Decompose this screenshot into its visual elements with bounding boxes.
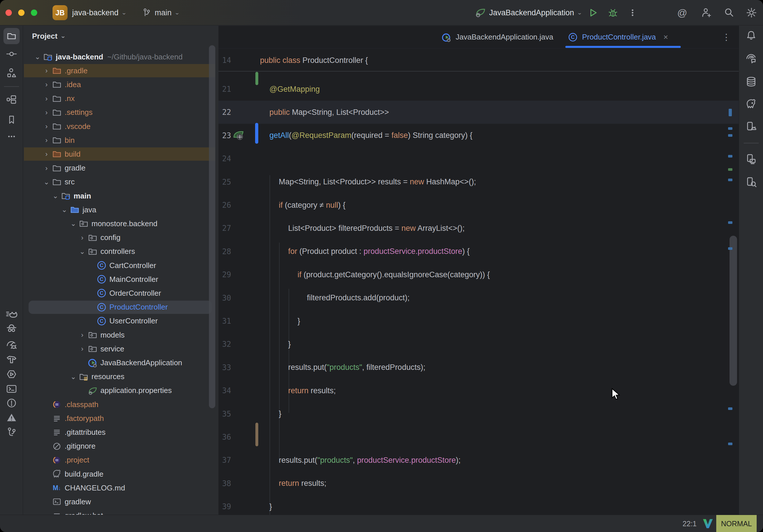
code-line-26[interactable]: 26if (category ≠ null) {: [218, 194, 739, 217]
code-line-32[interactable]: 32}: [218, 333, 739, 356]
tree-item-application-properties[interactable]: application.properties: [23, 384, 218, 397]
code-line-23[interactable]: 23getAll(@RequestParam(required = false)…: [218, 124, 739, 147]
line-number[interactable]: 32: [218, 333, 231, 356]
line-number[interactable]: 27: [218, 217, 231, 240]
tree-item-bin[interactable]: ›bin: [23, 133, 218, 147]
code-line-30[interactable]: 30filteredProducts.add(product);: [218, 286, 739, 310]
vim-mode-badge[interactable]: NORMAL: [716, 515, 757, 532]
chevron-expanded-icon[interactable]: ⌄: [51, 192, 60, 200]
close-tab-icon[interactable]: ×: [663, 33, 668, 42]
chevron-collapsed-icon[interactable]: ›: [42, 95, 52, 103]
code-line-36[interactable]: 36: [218, 426, 739, 449]
add-user-icon[interactable]: [701, 7, 712, 19]
run-config-selector[interactable]: JavaBackendApplication ⌄: [475, 0, 582, 25]
tree-item-build-gradle[interactable]: build.gradle: [23, 467, 218, 481]
tree-item--idea[interactable]: ›.idea: [23, 78, 218, 91]
line-number[interactable]: 31: [218, 310, 231, 333]
profiler-icon[interactable]: [5, 338, 18, 351]
code-line-28[interactable]: 28for (Product product : productService.…: [218, 240, 739, 263]
tree-item-models[interactable]: ›models: [23, 328, 218, 342]
tree-item-java-backend[interactable]: ⌄java-backend~/Github/java-backend: [23, 50, 218, 64]
code-line-35[interactable]: 35}: [218, 402, 739, 426]
problems-icon[interactable]: [5, 397, 18, 409]
structure-icon[interactable]: [5, 67, 18, 79]
run-services-icon[interactable]: [5, 368, 18, 380]
stripe-mark-changed[interactable]: [728, 407, 732, 410]
tab-options-icon[interactable]: ⋮: [722, 32, 731, 42]
copilot-cat-icon[interactable]: [5, 307, 18, 320]
more-icon[interactable]: [627, 7, 638, 19]
tree-item-build[interactable]: ›build: [23, 147, 218, 161]
tree-item-resources[interactable]: ⌄resources: [23, 370, 218, 384]
code-line-31[interactable]: 31}: [218, 310, 739, 333]
chevron-expanded-icon[interactable]: ⌄: [68, 220, 78, 228]
tree-item-gradlew-bat[interactable]: gradlew.bat: [23, 509, 218, 515]
code-line-37[interactable]: 37results.put("products", productService…: [218, 449, 739, 472]
tree-item-gradle[interactable]: ›gradle: [23, 161, 218, 175]
bookmarks-icon[interactable]: [5, 113, 18, 126]
vcs-modified-marker[interactable]: [256, 423, 258, 446]
chevron-collapsed-icon[interactable]: ›: [42, 122, 52, 130]
tree-item--factorypath[interactable]: .factorypath: [23, 411, 218, 425]
line-number[interactable]: 26: [218, 194, 231, 217]
code-line-33[interactable]: 33results.put("products", filteredProduc…: [218, 356, 739, 379]
tree-item-config[interactable]: ›config: [23, 231, 218, 245]
terminal-icon[interactable]: [5, 382, 18, 395]
chevron-collapsed-icon[interactable]: ›: [42, 150, 52, 158]
project-selector[interactable]: java-backend ⌄: [72, 0, 127, 25]
tree-item-usercontroller[interactable]: CUserController: [23, 314, 218, 328]
code-line-24[interactable]: 24: [218, 147, 739, 170]
code-line-22[interactable]: 22public Map<String, List<Product>>: [218, 101, 739, 124]
tree-item--settings[interactable]: ›.settings: [23, 106, 218, 119]
stripe-mark-green[interactable]: [728, 168, 732, 171]
project-tree-scrollbar[interactable]: [209, 45, 215, 408]
ideavim-v-icon[interactable]: [703, 518, 713, 529]
tree-item-javabackendapplication[interactable]: JavaBackendApplication: [23, 356, 218, 370]
line-number[interactable]: 37: [218, 449, 231, 472]
chevron-expanded-icon[interactable]: ⌄: [59, 206, 69, 214]
running-devices-icon[interactable]: [745, 120, 758, 133]
tab-productcontroller-java-active[interactable]: CProductController.java×: [567, 26, 668, 49]
chevron-expanded-icon[interactable]: ⌄: [42, 178, 52, 186]
tree-item-controllers[interactable]: ⌄controllers: [23, 245, 218, 259]
line-number[interactable]: 35: [218, 402, 231, 426]
tree-item--gitignore[interactable]: .gitignore: [23, 439, 218, 453]
chevron-collapsed-icon[interactable]: ›: [42, 67, 52, 75]
tab-javabackendapplication-java[interactable]: JavaBackendApplication.java: [441, 26, 553, 49]
windows-icon[interactable]: [5, 93, 18, 106]
tree-item-ordercontroller[interactable]: COrderController: [23, 286, 218, 300]
sticky-line-class-declaration[interactable]: 14public class ProductController {: [218, 49, 739, 71]
warning-icon[interactable]: [5, 411, 18, 424]
tree-item--gitattributes[interactable]: .gitattributes: [23, 425, 218, 439]
line-number[interactable]: 36: [218, 426, 231, 449]
line-number[interactable]: 38: [218, 472, 231, 495]
gradle-icon[interactable]: [745, 98, 758, 111]
stripe-mark-changed[interactable]: [728, 127, 732, 130]
maximize-window-button[interactable]: [31, 10, 37, 16]
line-number[interactable]: 21: [218, 78, 231, 101]
chevron-collapsed-icon[interactable]: ›: [77, 345, 87, 353]
line-number[interactable]: 33: [218, 356, 231, 379]
stripe-mark-changed[interactable]: [728, 443, 732, 445]
close-window-button[interactable]: [5, 10, 12, 16]
device-manager-icon[interactable]: [745, 153, 758, 165]
stripe-mark-changed[interactable]: [728, 247, 732, 250]
device-explorer-icon[interactable]: [745, 176, 758, 188]
minimize-window-button[interactable]: [18, 10, 25, 16]
spring-request-mapping-icon[interactable]: [232, 129, 245, 142]
tree-item--nx[interactable]: ›.nx: [23, 92, 218, 106]
git-icon[interactable]: [5, 426, 18, 439]
project-panel-header[interactable]: Project ⌄: [32, 30, 66, 43]
debug-icon[interactable]: [607, 7, 619, 19]
stripe-mark-changed[interactable]: [728, 221, 732, 224]
code-line-25[interactable]: 25Map<String, List<Product>> results = n…: [218, 170, 739, 194]
ai-chat-icon[interactable]: [745, 52, 758, 65]
line-number[interactable]: 22: [218, 101, 231, 124]
tree-item-monostore-backend[interactable]: ⌄monostore.backend: [23, 217, 218, 231]
tree-item-cartcontroller[interactable]: CCartController: [23, 259, 218, 272]
chevron-expanded-icon[interactable]: ⌄: [77, 248, 87, 256]
tree-item--vscode[interactable]: ›.vscode: [23, 119, 218, 133]
search-icon[interactable]: [723, 7, 735, 19]
tree-item--gradle[interactable]: ›.gradle: [23, 64, 218, 78]
chevron-collapsed-icon[interactable]: ›: [42, 80, 52, 89]
